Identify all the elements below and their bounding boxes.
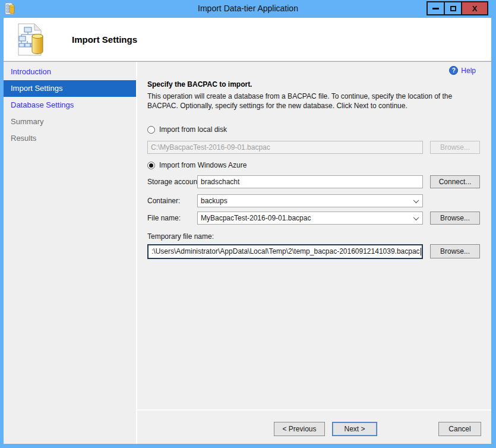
container-select[interactable]: backups — [197, 194, 423, 207]
temp-browse-button[interactable]: Browse... — [430, 244, 480, 258]
nav-item-database-settings[interactable]: Database Settings — [4, 97, 136, 113]
local-disk-radio-label: Import from local disk — [159, 125, 227, 134]
close-icon: X — [472, 5, 478, 12]
cancel-button[interactable]: Cancel — [438, 422, 481, 436]
next-button[interactable]: Next > — [332, 422, 377, 436]
nav-item-results: Results — [4, 130, 136, 147]
previous-button[interactable]: < Previous — [274, 422, 325, 436]
import-data-tier-application-window: Import Data-tier Application X — [0, 0, 496, 448]
temp-file-input-value: :\Users\Administrator\AppData\Local\Temp… — [151, 247, 420, 255]
maximize-icon — [450, 6, 456, 11]
window-title: Import Data-tier Application — [0, 0, 496, 17]
help-icon: ? — [449, 66, 458, 75]
minimize-button[interactable] — [427, 1, 445, 15]
connect-button[interactable]: Connect... — [430, 175, 480, 188]
minimize-icon — [432, 8, 439, 10]
wizard-footer: < Previous Next > Cancel — [137, 411, 491, 444]
local-disk-browse-button: Browse... — [430, 141, 480, 154]
local-disk-path-input: C:\MyBacpacTest-2016-09-01.bacpac — [147, 141, 423, 154]
import-settings-icon — [17, 23, 45, 56]
file-name-label: File name: — [147, 214, 181, 222]
temp-file-input[interactable]: :\Users\Administrator\AppData\Local\Temp… — [147, 244, 423, 259]
nav-item-summary: Summary — [4, 113, 136, 130]
nav-item-introduction[interactable]: Introduction — [4, 64, 136, 80]
container-chevron-down-icon[interactable] — [410, 195, 422, 206]
azure-radio-label: Import from Windows Azure — [159, 161, 247, 169]
storage-account-label: Storage account: — [147, 178, 201, 186]
wizard-header: Import Settings — [4, 18, 491, 61]
page-title: Import Settings — [72, 18, 137, 61]
help-label: Help — [461, 67, 476, 75]
import-settings-page: ? Help Specify the BACPAC to import. Thi… — [137, 62, 491, 409]
temp-file-label: Temporary file name: — [147, 232, 214, 241]
maximize-button[interactable] — [444, 1, 462, 15]
file-name-select[interactable]: MyBacpacTest-2016-09-01.bacpac — [197, 212, 423, 225]
wizard-nav: Introduction Import Settings Database Se… — [4, 62, 136, 444]
local-disk-radio-row[interactable]: Import from local disk — [147, 125, 227, 134]
file-name-select-value: MyBacpacTest-2016-09-01.bacpac — [201, 214, 311, 222]
storage-account-input[interactable]: bradschacht — [197, 175, 423, 188]
file-name-chevron-down-icon[interactable] — [410, 213, 422, 223]
container-label: Container: — [147, 197, 180, 205]
local-disk-radio[interactable] — [147, 126, 155, 134]
text-caret — [421, 248, 421, 255]
title-bar[interactable]: Import Data-tier Application X — [0, 0, 496, 18]
azure-radio[interactable] — [147, 162, 155, 169]
file-browse-button[interactable]: Browse... — [430, 212, 480, 225]
help-link[interactable]: ? Help — [449, 66, 476, 75]
close-button[interactable]: X — [461, 1, 488, 15]
container-select-value: backups — [201, 197, 228, 205]
azure-radio-row[interactable]: Import from Windows Azure — [147, 161, 247, 169]
section-heading: Specify the BACPAC to import. — [147, 80, 252, 89]
nav-item-import-settings[interactable]: Import Settings — [4, 80, 136, 97]
section-description: This operation will create a database fr… — [147, 92, 485, 111]
